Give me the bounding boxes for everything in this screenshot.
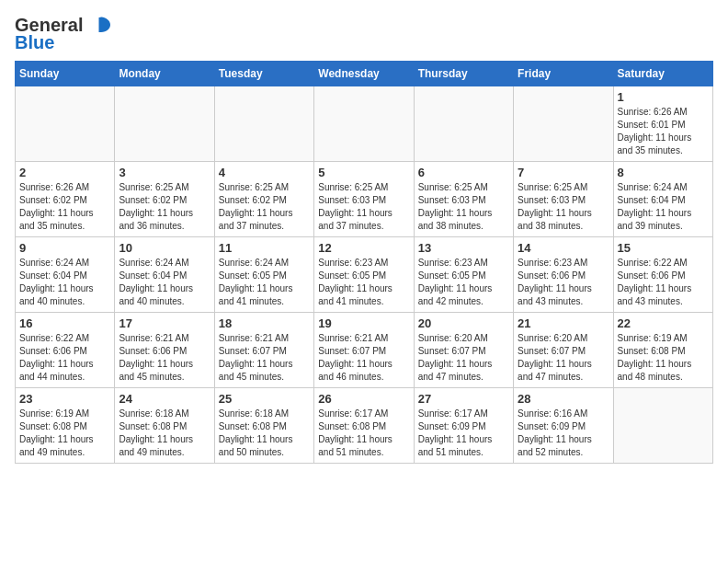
- day-info: Sunrise: 6:22 AM Sunset: 6:06 PM Dayligh…: [19, 332, 110, 384]
- day-number: 14: [518, 241, 609, 255]
- day-info: Sunrise: 6:25 AM Sunset: 6:03 PM Dayligh…: [518, 181, 609, 233]
- day-number: 21: [518, 316, 609, 330]
- day-number: 20: [418, 316, 509, 330]
- calendar-cell: [214, 86, 313, 162]
- calendar-cell: 25Sunrise: 6:18 AM Sunset: 6:08 PM Dayli…: [214, 388, 313, 464]
- weekday-header-tuesday: Tuesday: [214, 62, 313, 86]
- day-number: 19: [318, 316, 409, 330]
- day-info: Sunrise: 6:22 AM Sunset: 6:06 PM Dayligh…: [618, 257, 709, 308]
- day-info: Sunrise: 6:21 AM Sunset: 6:07 PM Dayligh…: [219, 332, 310, 384]
- calendar-cell: 11Sunrise: 6:24 AM Sunset: 6:05 PM Dayli…: [214, 237, 313, 313]
- calendar-cell: 23Sunrise: 6:19 AM Sunset: 6:08 PM Dayli…: [16, 388, 115, 464]
- calendar-cell: [314, 86, 414, 162]
- calendar-cell: 9Sunrise: 6:24 AM Sunset: 6:04 PM Daylig…: [16, 237, 115, 313]
- calendar-cell: 18Sunrise: 6:21 AM Sunset: 6:07 PM Dayli…: [214, 313, 313, 388]
- calendar-cell: 24Sunrise: 6:18 AM Sunset: 6:08 PM Dayli…: [115, 388, 214, 464]
- calendar-cell: [613, 388, 712, 464]
- calendar-cell: 6Sunrise: 6:25 AM Sunset: 6:03 PM Daylig…: [414, 162, 513, 237]
- weekday-header-sunday: Sunday: [16, 62, 115, 86]
- calendar-table: SundayMondayTuesdayWednesdayThursdayFrid…: [15, 61, 713, 464]
- calendar-week-row: 1Sunrise: 6:26 AM Sunset: 6:01 PM Daylig…: [16, 86, 713, 162]
- day-info: Sunrise: 6:17 AM Sunset: 6:08 PM Dayligh…: [318, 408, 409, 459]
- day-number: 7: [518, 166, 609, 179]
- calendar-cell: [414, 86, 513, 162]
- weekday-header-row: SundayMondayTuesdayWednesdayThursdayFrid…: [16, 62, 713, 86]
- calendar-cell: 1Sunrise: 6:26 AM Sunset: 6:01 PM Daylig…: [613, 86, 712, 162]
- day-number: 8: [618, 166, 709, 179]
- calendar-cell: 20Sunrise: 6:20 AM Sunset: 6:07 PM Dayli…: [414, 313, 513, 388]
- day-number: 16: [19, 316, 110, 330]
- calendar-cell: 3Sunrise: 6:25 AM Sunset: 6:02 PM Daylig…: [115, 162, 214, 237]
- day-info: Sunrise: 6:18 AM Sunset: 6:08 PM Dayligh…: [219, 408, 310, 459]
- weekday-header-friday: Friday: [514, 62, 613, 86]
- day-info: Sunrise: 6:26 AM Sunset: 6:01 PM Dayligh…: [618, 106, 709, 157]
- day-number: 26: [318, 392, 409, 406]
- day-number: 13: [418, 241, 509, 255]
- calendar-cell: [115, 86, 214, 162]
- day-info: Sunrise: 6:20 AM Sunset: 6:07 PM Dayligh…: [518, 332, 609, 384]
- logo: General Blue: [15, 15, 112, 53]
- weekday-header-saturday: Saturday: [613, 62, 712, 86]
- calendar-week-row: 9Sunrise: 6:24 AM Sunset: 6:04 PM Daylig…: [16, 237, 713, 313]
- calendar-cell: 28Sunrise: 6:16 AM Sunset: 6:09 PM Dayli…: [514, 388, 613, 464]
- day-number: 1: [618, 90, 709, 104]
- day-info: Sunrise: 6:25 AM Sunset: 6:02 PM Dayligh…: [119, 181, 210, 233]
- day-number: 25: [219, 392, 310, 406]
- calendar-cell: 4Sunrise: 6:25 AM Sunset: 6:02 PM Daylig…: [214, 162, 313, 237]
- calendar-cell: 7Sunrise: 6:25 AM Sunset: 6:03 PM Daylig…: [514, 162, 613, 237]
- day-number: 2: [19, 166, 110, 179]
- weekday-header-thursday: Thursday: [414, 62, 513, 86]
- day-number: 4: [219, 166, 310, 179]
- day-info: Sunrise: 6:25 AM Sunset: 6:03 PM Dayligh…: [418, 181, 509, 233]
- day-number: 23: [19, 392, 110, 406]
- day-number: 18: [219, 316, 310, 330]
- calendar-cell: 5Sunrise: 6:25 AM Sunset: 6:03 PM Daylig…: [314, 162, 414, 237]
- calendar-cell: 26Sunrise: 6:17 AM Sunset: 6:08 PM Dayli…: [314, 388, 414, 464]
- day-info: Sunrise: 6:20 AM Sunset: 6:07 PM Dayligh…: [418, 332, 509, 384]
- day-number: 6: [418, 166, 509, 179]
- calendar-cell: 21Sunrise: 6:20 AM Sunset: 6:07 PM Dayli…: [514, 313, 613, 388]
- day-info: Sunrise: 6:23 AM Sunset: 6:06 PM Dayligh…: [518, 257, 609, 308]
- calendar-cell: 17Sunrise: 6:21 AM Sunset: 6:06 PM Dayli…: [115, 313, 214, 388]
- calendar-cell: 16Sunrise: 6:22 AM Sunset: 6:06 PM Dayli…: [16, 313, 115, 388]
- calendar-cell: 8Sunrise: 6:24 AM Sunset: 6:04 PM Daylig…: [613, 162, 712, 237]
- day-number: 11: [219, 241, 310, 255]
- calendar-cell: [514, 86, 613, 162]
- day-info: Sunrise: 6:19 AM Sunset: 6:08 PM Dayligh…: [618, 332, 709, 384]
- day-number: 9: [19, 241, 110, 255]
- day-info: Sunrise: 6:16 AM Sunset: 6:09 PM Dayligh…: [518, 408, 609, 459]
- day-info: Sunrise: 6:24 AM Sunset: 6:04 PM Dayligh…: [19, 257, 110, 308]
- day-number: 27: [418, 392, 509, 406]
- day-number: 17: [119, 316, 210, 330]
- calendar-cell: 10Sunrise: 6:24 AM Sunset: 6:04 PM Dayli…: [115, 237, 214, 313]
- day-info: Sunrise: 6:17 AM Sunset: 6:09 PM Dayligh…: [418, 408, 509, 459]
- day-info: Sunrise: 6:24 AM Sunset: 6:05 PM Dayligh…: [219, 257, 310, 308]
- day-info: Sunrise: 6:19 AM Sunset: 6:08 PM Dayligh…: [19, 408, 110, 459]
- day-info: Sunrise: 6:21 AM Sunset: 6:06 PM Dayligh…: [119, 332, 210, 384]
- day-info: Sunrise: 6:25 AM Sunset: 6:02 PM Dayligh…: [219, 181, 310, 233]
- logo-blue-text: Blue: [15, 32, 54, 53]
- calendar-cell: 12Sunrise: 6:23 AM Sunset: 6:05 PM Dayli…: [314, 237, 414, 313]
- calendar-cell: 14Sunrise: 6:23 AM Sunset: 6:06 PM Dayli…: [514, 237, 613, 313]
- calendar-cell: 2Sunrise: 6:26 AM Sunset: 6:02 PM Daylig…: [16, 162, 115, 237]
- calendar-week-row: 16Sunrise: 6:22 AM Sunset: 6:06 PM Dayli…: [16, 313, 713, 388]
- calendar-cell: 27Sunrise: 6:17 AM Sunset: 6:09 PM Dayli…: [414, 388, 513, 464]
- logo-bird-icon: [86, 16, 112, 36]
- calendar-cell: 19Sunrise: 6:21 AM Sunset: 6:07 PM Dayli…: [314, 313, 414, 388]
- weekday-header-wednesday: Wednesday: [314, 62, 414, 86]
- day-info: Sunrise: 6:24 AM Sunset: 6:04 PM Dayligh…: [119, 257, 210, 308]
- day-number: 10: [119, 241, 210, 255]
- day-number: 5: [318, 166, 409, 179]
- day-info: Sunrise: 6:23 AM Sunset: 6:05 PM Dayligh…: [318, 257, 409, 308]
- day-info: Sunrise: 6:23 AM Sunset: 6:05 PM Dayligh…: [418, 257, 509, 308]
- calendar-week-row: 23Sunrise: 6:19 AM Sunset: 6:08 PM Dayli…: [16, 388, 713, 464]
- calendar-cell: [16, 86, 115, 162]
- day-info: Sunrise: 6:21 AM Sunset: 6:07 PM Dayligh…: [318, 332, 409, 384]
- calendar-cell: 13Sunrise: 6:23 AM Sunset: 6:05 PM Dayli…: [414, 237, 513, 313]
- day-info: Sunrise: 6:25 AM Sunset: 6:03 PM Dayligh…: [318, 181, 409, 233]
- page-header: General Blue: [15, 15, 713, 53]
- calendar-cell: 15Sunrise: 6:22 AM Sunset: 6:06 PM Dayli…: [613, 237, 712, 313]
- day-info: Sunrise: 6:18 AM Sunset: 6:08 PM Dayligh…: [119, 408, 210, 459]
- day-number: 12: [318, 241, 409, 255]
- day-info: Sunrise: 6:24 AM Sunset: 6:04 PM Dayligh…: [618, 181, 709, 233]
